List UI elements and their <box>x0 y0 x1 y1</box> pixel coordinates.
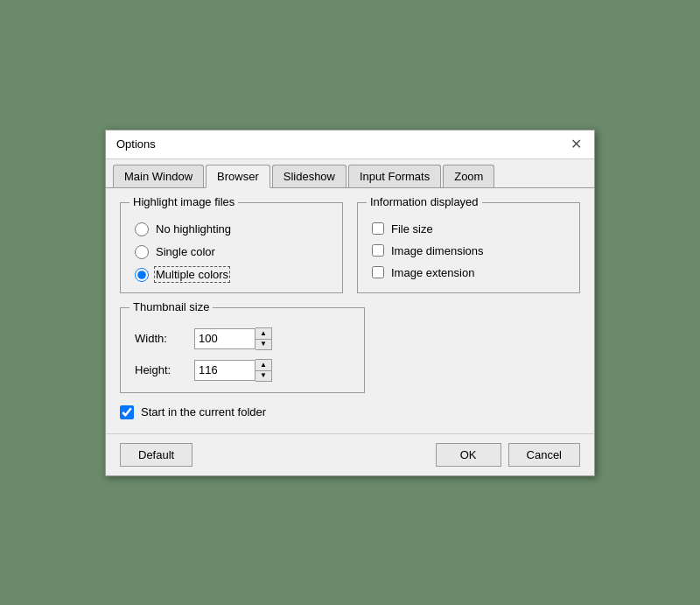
tab-zoom[interactable]: Zoom <box>443 165 494 187</box>
start-folder-option[interactable]: Start in the current folder <box>120 405 580 419</box>
tab-slideshow[interactable]: Slideshow <box>272 165 346 187</box>
multiple-colors-label: Multiple colors <box>156 268 228 281</box>
highlight-legend: Highlight image files <box>130 195 238 208</box>
height-spinner: ▲ ▼ <box>194 359 272 382</box>
image-dims-option[interactable]: Image dimensions <box>372 244 565 257</box>
single-color-option[interactable]: Single color <box>135 245 328 259</box>
tab-browser[interactable]: Browser <box>206 165 270 188</box>
height-row: Height: ▲ ▼ <box>135 359 350 382</box>
cancel-button[interactable]: Cancel <box>508 443 580 467</box>
tab-main-window[interactable]: Main Window <box>113 165 204 187</box>
single-color-label: Single color <box>156 245 215 258</box>
options-dialog: Options ✕ Main Window Browser Slideshow … <box>105 130 595 476</box>
height-up-button[interactable]: ▲ <box>256 360 271 370</box>
width-down-button[interactable]: ▼ <box>256 339 271 349</box>
info-legend: Information displayed <box>367 195 482 208</box>
thumbnail-group: Thumbnail size Width: ▲ ▼ Heigh <box>120 307 365 393</box>
no-highlight-radio[interactable] <box>135 222 149 236</box>
width-spinner: ▲ ▼ <box>194 327 272 350</box>
image-dims-checkbox[interactable] <box>372 244 384 257</box>
default-button[interactable]: Default <box>120 443 192 467</box>
height-input[interactable] <box>194 360 256 381</box>
footer-right: OK Cancel <box>436 443 580 467</box>
width-up-button[interactable]: ▲ <box>256 328 271 339</box>
thumbnail-section: Thumbnail size Width: ▲ ▼ Heigh <box>120 307 580 393</box>
multiple-colors-option[interactable]: Multiple colors <box>135 268 328 282</box>
top-groups: Highlight image files No highlighting Si… <box>120 202 580 293</box>
file-size-label: File size <box>391 222 433 236</box>
footer: Default OK Cancel <box>106 433 594 475</box>
width-spinner-buttons: ▲ ▼ <box>256 327 272 350</box>
image-ext-option[interactable]: Image extension <box>372 266 565 279</box>
start-folder-label: Start in the current folder <box>141 405 266 419</box>
info-group: Information displayed File size Image di… <box>357 202 580 293</box>
height-label: Height: <box>135 363 187 376</box>
title-bar: Options ✕ <box>106 130 594 159</box>
height-down-button[interactable]: ▼ <box>256 370 271 381</box>
thumbnail-legend: Thumbnail size <box>130 300 213 313</box>
width-input[interactable] <box>194 328 256 349</box>
width-label: Width: <box>135 332 187 345</box>
width-row: Width: ▲ ▼ <box>135 327 350 350</box>
content-area: Highlight image files No highlighting Si… <box>106 188 594 433</box>
ok-button[interactable]: OK <box>436 443 501 467</box>
height-spinner-buttons: ▲ ▼ <box>256 359 272 382</box>
single-color-radio[interactable] <box>135 245 149 259</box>
no-highlight-label: No highlighting <box>156 222 231 236</box>
start-folder-checkbox[interactable] <box>120 405 134 419</box>
image-ext-checkbox[interactable] <box>372 266 384 278</box>
multiple-colors-radio[interactable] <box>135 268 149 282</box>
highlight-group: Highlight image files No highlighting Si… <box>120 202 343 293</box>
no-highlight-option[interactable]: No highlighting <box>135 222 328 236</box>
dialog-title: Options <box>116 137 156 151</box>
image-dims-label: Image dimensions <box>391 244 484 257</box>
tab-bar: Main Window Browser Slideshow Input Form… <box>106 159 594 188</box>
tab-input-formats[interactable]: Input Formats <box>348 165 441 187</box>
close-button[interactable]: ✕ <box>569 137 584 151</box>
image-ext-label: Image extension <box>391 266 474 279</box>
file-size-option[interactable]: File size <box>372 222 565 236</box>
file-size-checkbox[interactable] <box>372 222 384 235</box>
